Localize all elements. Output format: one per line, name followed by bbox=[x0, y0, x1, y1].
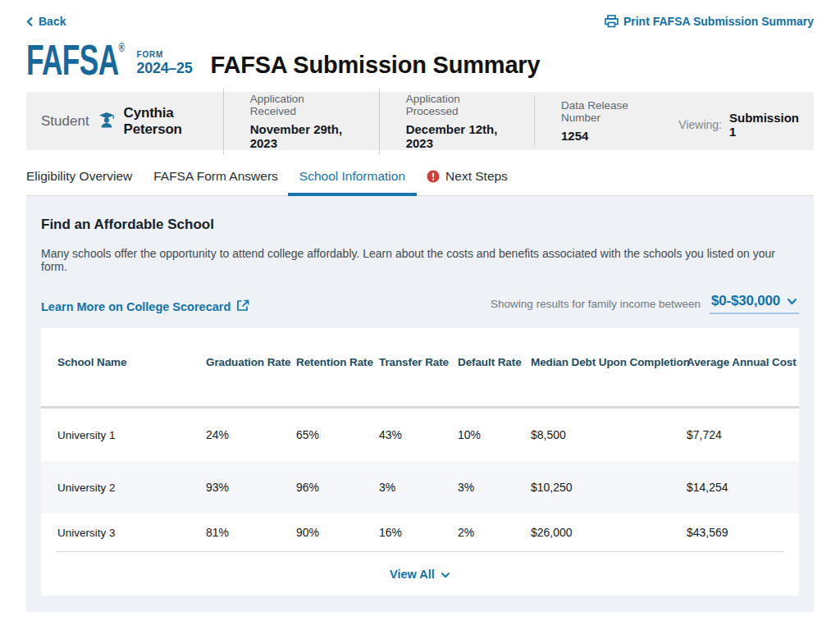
info-data-release-number: Data Release Number 1254 bbox=[534, 95, 652, 147]
alert-icon bbox=[427, 170, 440, 183]
cell-graduation-rate: 93% bbox=[206, 481, 296, 494]
table-row: University 3 81% 90% 16% 2% $26,000 $43,… bbox=[41, 514, 799, 551]
table-row: University 1 24% 65% 43% 10% $8,500 $7,7… bbox=[41, 409, 799, 461]
chevron-down-icon bbox=[441, 568, 450, 581]
cell-default-rate: 3% bbox=[458, 481, 531, 494]
top-bar: Back Print FAFSA Submission Summary bbox=[26, 0, 814, 28]
cell-graduation-rate: 81% bbox=[206, 526, 296, 539]
col-graduation-rate: Graduation Rate bbox=[206, 356, 296, 368]
col-average-annual-cost: Average Annual Cost bbox=[687, 356, 799, 368]
tab-fafsa-form-answers[interactable]: FAFSA Form Answers bbox=[153, 169, 278, 195]
income-filter: Showing results for family income betwee… bbox=[491, 293, 799, 314]
viewing-submission: Viewing: Submission 1 bbox=[678, 111, 799, 139]
graduate-student-icon bbox=[98, 112, 116, 131]
tab-next-steps[interactable]: Next Steps bbox=[427, 169, 508, 195]
panel-description: Many schools offer the opportunity to at… bbox=[41, 247, 799, 273]
school-information-panel: Find an Affordable School Many schools o… bbox=[26, 196, 814, 612]
cell-average-annual-cost: $14,254 bbox=[687, 481, 799, 494]
col-median-debt: Median Debt Upon Completion bbox=[531, 356, 687, 368]
cell-transfer-rate: 43% bbox=[379, 428, 458, 441]
student-name: Cynthia Peterson bbox=[124, 105, 203, 138]
tab-bar: Eligibility Overview FAFSA Form Answers … bbox=[26, 169, 814, 196]
income-range-dropdown[interactable]: $0-$30,000 bbox=[710, 293, 799, 314]
cell-school-name: University 3 bbox=[57, 527, 206, 539]
cell-retention-rate: 90% bbox=[296, 526, 379, 539]
college-scorecard-link[interactable]: Learn More on College Scorecard bbox=[41, 299, 249, 314]
cell-transfer-rate: 3% bbox=[379, 481, 458, 494]
info-value: December 12th, 2023 bbox=[406, 122, 508, 150]
cell-default-rate: 10% bbox=[458, 428, 531, 441]
info-application-processed: Application Processed December 12th, 202… bbox=[379, 89, 508, 154]
view-all-row: View All bbox=[41, 552, 799, 596]
fafsa-logo-wordmark: FAFSA® bbox=[26, 43, 125, 78]
cell-graduation-rate: 24% bbox=[206, 428, 296, 441]
print-label: Print FAFSA Submission Summary bbox=[623, 15, 814, 28]
cell-school-name: University 2 bbox=[57, 482, 206, 494]
fafsa-submission-summary-page: Back Print FAFSA Submission Summary FAFS… bbox=[0, 0, 840, 621]
viewing-value: Submission 1 bbox=[729, 111, 799, 139]
registered-mark: ® bbox=[119, 40, 126, 54]
student-info-bar: Student Cynthia Peterson Application Rec… bbox=[26, 92, 814, 150]
cell-average-annual-cost: $7,724 bbox=[687, 428, 799, 441]
info-label: Application Received bbox=[250, 93, 353, 117]
external-link-icon bbox=[237, 299, 249, 314]
tab-school-information[interactable]: School Information bbox=[299, 169, 405, 195]
col-transfer-rate: Transfer Rate bbox=[379, 356, 458, 368]
col-school-name: School Name bbox=[57, 356, 206, 368]
info-value: November 29th, 2023 bbox=[250, 122, 353, 150]
panel-controls: Learn More on College Scorecard Showing … bbox=[41, 293, 799, 314]
cell-retention-rate: 65% bbox=[296, 428, 379, 441]
viewing-label: Viewing: bbox=[678, 118, 722, 131]
fafsa-logo: FAFSA® FORM 2024–25 bbox=[26, 43, 193, 78]
cell-average-annual-cost: $43,569 bbox=[687, 526, 799, 539]
chevron-down-icon bbox=[787, 293, 797, 309]
cell-median-debt: $8,500 bbox=[531, 428, 687, 441]
cell-median-debt: $10,250 bbox=[531, 481, 687, 494]
cell-median-debt: $26,000 bbox=[531, 526, 687, 539]
schools-table: School Name Graduation Rate Retention Ra… bbox=[41, 328, 799, 596]
info-label: Data Release Number bbox=[561, 99, 652, 124]
cell-school-name: University 1 bbox=[57, 429, 206, 441]
print-link[interactable]: Print FAFSA Submission Summary bbox=[605, 15, 814, 28]
student-identity: Student Cynthia Peterson bbox=[41, 105, 203, 138]
page-title: FAFSA Submission Summary bbox=[211, 53, 541, 78]
cell-transfer-rate: 16% bbox=[379, 526, 458, 539]
fafsa-logo-form-year: FORM 2024–25 bbox=[137, 50, 193, 78]
col-retention-rate: Retention Rate bbox=[296, 356, 379, 368]
income-filter-label: Showing results for family income betwee… bbox=[491, 298, 701, 310]
back-link[interactable]: Back bbox=[26, 15, 66, 28]
back-label: Back bbox=[39, 15, 66, 28]
view-all-button[interactable]: View All bbox=[390, 568, 450, 581]
masthead: FAFSA® FORM 2024–25 FAFSA Submission Sum… bbox=[26, 37, 814, 78]
form-word: FORM bbox=[137, 50, 193, 59]
panel-title: Find an Affordable School bbox=[41, 217, 799, 233]
cell-retention-rate: 96% bbox=[296, 481, 379, 494]
info-application-received: Application Received November 29th, 2023 bbox=[223, 89, 353, 154]
student-role-label: Student bbox=[41, 113, 89, 130]
tab-eligibility-overview[interactable]: Eligibility Overview bbox=[26, 169, 132, 195]
info-value: 1254 bbox=[561, 129, 652, 143]
form-years: 2024–25 bbox=[137, 60, 193, 77]
printer-icon bbox=[605, 15, 619, 28]
chevron-left-icon bbox=[26, 16, 34, 27]
table-row: University 2 93% 96% 3% 3% $10,250 $14,2… bbox=[41, 461, 799, 514]
col-default-rate: Default Rate bbox=[458, 356, 531, 368]
cell-default-rate: 2% bbox=[458, 526, 531, 539]
info-label: Application Processed bbox=[406, 93, 508, 117]
table-header-row: School Name Graduation Rate Retention Ra… bbox=[41, 328, 799, 406]
